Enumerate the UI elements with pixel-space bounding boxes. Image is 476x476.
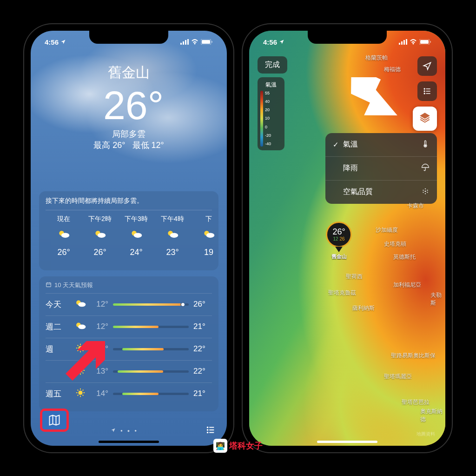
daily-title: 10 天天氣預報 xyxy=(46,281,212,293)
map-city-label: 莫德斯托 xyxy=(393,253,416,261)
location-pin[interactable]: 26° 12 26 舊金山 xyxy=(326,221,352,260)
svg-rect-67 xyxy=(430,41,431,43)
hourly-temp: 19 xyxy=(191,248,227,257)
partly-cloudy-icon xyxy=(191,229,227,242)
locate-button[interactable] xyxy=(417,56,437,76)
hourly-item[interactable]: 現在 26° xyxy=(46,215,82,257)
svg-rect-63 xyxy=(403,40,405,45)
svg-point-80 xyxy=(427,192,428,193)
svg-point-10 xyxy=(98,233,106,238)
hourly-item[interactable]: 下午2時 26° xyxy=(82,215,118,257)
status-time: 4:56 xyxy=(45,38,59,46)
svg-line-39 xyxy=(78,367,79,368)
daily-row[interactable]: 週二 12° 21° xyxy=(46,315,212,338)
svg-point-79 xyxy=(423,192,423,193)
legend-value: 10 xyxy=(265,116,271,121)
svg-point-56 xyxy=(207,432,208,433)
hourly-time: 下午4時 xyxy=(154,215,191,223)
daily-row[interactable]: 週五 14° 21° xyxy=(46,382,212,405)
daily-row[interactable]: 今天 12° 26° xyxy=(46,293,212,315)
weather-icon xyxy=(71,299,90,310)
legend-value: 0 xyxy=(265,125,271,129)
svg-line-42 xyxy=(83,367,84,368)
hi-lo-text: 最高 26° 最低 12° xyxy=(31,140,227,151)
svg-line-50 xyxy=(78,395,79,396)
hourly-item[interactable]: 下午4時 23° xyxy=(154,215,191,257)
svg-point-76 xyxy=(425,190,426,192)
svg-point-81 xyxy=(425,188,426,189)
svg-point-68 xyxy=(424,88,425,89)
svg-point-72 xyxy=(424,93,425,94)
daily-high: 21° xyxy=(193,322,212,331)
home-indicator[interactable] xyxy=(317,441,377,443)
daily-day: 週 xyxy=(46,344,71,355)
weather-screen: 4:56 舊金山 26° 局部多雲 最高 26° 最低 12° 接下來的時 xyxy=(31,31,227,446)
map-city-label: 聖塔瑪麗亞 xyxy=(384,373,412,381)
page-indicator[interactable]: ● ● ● xyxy=(111,428,137,434)
wifi-icon xyxy=(410,38,417,46)
hourly-time: 下午3時 xyxy=(118,215,154,223)
svg-point-25 xyxy=(78,346,82,350)
hourly-forecast-card[interactable]: 接下來的時間都將持續局部多雲。 現在 26°下午2時 26°下午3時 24°下午… xyxy=(39,191,218,270)
layer-option-umbrella[interactable]: 降雨 xyxy=(325,157,437,181)
signal-icon xyxy=(399,38,407,46)
hourly-row[interactable]: 現在 26°下午2時 26°下午3時 24°下午4時 23°下 19 xyxy=(46,215,212,257)
hourly-item[interactable]: 下 19 xyxy=(191,215,227,257)
daily-high: 21° xyxy=(193,389,212,398)
layers-button[interactable] xyxy=(419,112,431,126)
annotation-map-highlight xyxy=(40,409,69,432)
hourly-temp: 24° xyxy=(118,248,154,257)
svg-point-8 xyxy=(61,233,70,238)
done-button[interactable]: 完成 xyxy=(258,56,287,74)
svg-rect-1 xyxy=(183,41,184,45)
calendar-icon xyxy=(46,282,52,289)
svg-point-54 xyxy=(207,429,208,430)
list-button[interactable] xyxy=(205,425,216,437)
map-icon[interactable] xyxy=(48,414,61,427)
daily-row[interactable]: 13° 22° xyxy=(46,360,212,382)
daily-row[interactable]: 週 14° 22° xyxy=(46,338,212,360)
legend-value: 40 xyxy=(265,99,271,104)
thermometer-icon xyxy=(419,140,430,150)
daily-high: 22° xyxy=(193,344,212,354)
svg-line-41 xyxy=(78,372,79,373)
watermark-icon: 👩‍💻 xyxy=(213,439,227,453)
svg-line-51 xyxy=(83,389,84,390)
city-name: 舊金山 xyxy=(31,63,227,82)
daily-low: 13° xyxy=(90,367,108,376)
location-icon xyxy=(60,38,66,46)
layer-label: 降雨 xyxy=(343,163,419,173)
temp-range-bar xyxy=(113,393,189,395)
daily-high: 26° xyxy=(193,300,212,309)
svg-point-78 xyxy=(427,189,428,190)
legend-value: -40 xyxy=(265,141,271,146)
map-credit[interactable]: 地圖資料 xyxy=(416,431,435,437)
partly-cloudy-icon xyxy=(82,229,118,242)
layer-option-aqi[interactable]: 空氣品質 xyxy=(325,181,437,204)
hourly-item[interactable]: 下午3時 24° xyxy=(118,215,154,257)
aqi-icon xyxy=(419,187,430,197)
home-indicator[interactable] xyxy=(99,441,159,443)
location-icon xyxy=(279,38,284,46)
legend-value: -20 xyxy=(265,133,271,138)
svg-rect-6 xyxy=(212,41,212,43)
partly-cloudy-icon xyxy=(154,229,191,242)
svg-rect-64 xyxy=(406,39,407,45)
svg-line-40 xyxy=(83,372,84,373)
phone-left: 4:56 舊金山 26° 局部多雲 最高 26° 最低 12° 接下來的時 xyxy=(24,24,233,452)
pin-temp: 26° xyxy=(327,228,350,236)
daily-low: 12° xyxy=(90,300,108,309)
locations-list-button[interactable] xyxy=(417,81,437,101)
svg-point-22 xyxy=(78,302,86,307)
legend-title: 氣溫 xyxy=(260,81,282,89)
svg-point-24 xyxy=(78,324,86,329)
temp-range-bar xyxy=(113,370,189,373)
map-city-label: 聖荷西 xyxy=(346,273,363,281)
battery-icon xyxy=(419,38,431,46)
layer-option-thermometer[interactable]: ✓ 氣溫 xyxy=(325,133,437,157)
svg-rect-0 xyxy=(180,43,182,45)
weather-map-screen[interactable]: 4:56 完成 氣溫 554020100-20-40 xyxy=(249,31,445,446)
svg-line-33 xyxy=(83,345,84,346)
daily-forecast-card[interactable]: 10 天天氣預報 今天 12° 26°週二 12° 21°週 14° 22° 1… xyxy=(39,276,218,411)
svg-point-34 xyxy=(78,368,82,372)
